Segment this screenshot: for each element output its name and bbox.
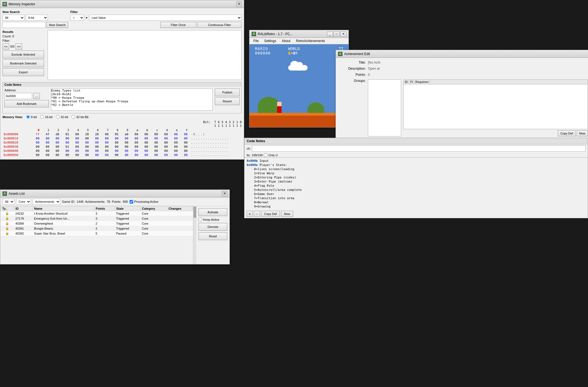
cn-new-button[interactable]: New <box>281 211 293 217</box>
row-points: 3 <box>94 211 114 216</box>
activate-button[interactable]: Activate <box>198 208 227 216</box>
ralib-menu-retroachievements[interactable]: RetroAchievements <box>293 38 328 43</box>
game-cloud <box>288 61 308 71</box>
code-notes-search-input[interactable] <box>252 146 586 152</box>
table-row[interactable]: 🔒 27179 Emergency Exit from Un... 3 Trig… <box>1 216 193 221</box>
cn-results-value: 199/199 <box>252 154 263 157</box>
cn-copy-def-button[interactable]: Copy Def <box>261 211 280 217</box>
notes-textarea[interactable]: Enemy Types list [0x16-0x1A] *00 = Koopa… <box>51 89 213 111</box>
keep-active-label: Keep Active <box>203 218 219 221</box>
hex-col-a: a <box>130 128 140 132</box>
assets-icon: A <box>2 191 7 196</box>
new-search-size-select[interactable]: 8-bit 16-bit 32-bit <box>26 15 48 21</box>
mario-head <box>277 102 282 106</box>
row-name: Boogie Beans <box>32 226 94 231</box>
hex-row-5[interactable]: 0x000050 00 00 00 00 00 00 00 00 00 00 0… <box>2 153 242 157</box>
ralib-close-button[interactable]: ✕ <box>340 32 346 37</box>
revert-button[interactable]: Revert <box>215 97 240 105</box>
next-page-button[interactable]: >> <box>16 43 22 50</box>
hex-row-4[interactable]: 0x000040 00 00 00 00 00 00 00 00 00 00 0… <box>2 149 242 153</box>
prev-page-button[interactable]: << <box>2 43 9 50</box>
hex-cell: 00 <box>70 132 80 136</box>
filter-operator-select[interactable]: = != <box>70 15 84 21</box>
code-notes-search-label: ch: <box>247 147 251 150</box>
cn-only-checkbox[interactable] <box>264 153 267 157</box>
16bit-radio[interactable] <box>40 115 44 119</box>
new-search-input[interactable] <box>2 22 45 28</box>
ralib-maximize-button[interactable]: □ <box>334 32 340 37</box>
results-area <box>48 30 242 80</box>
row-changes <box>167 216 193 221</box>
hex-row-2[interactable]: 0x000020 00 00 00 00 00 00 00 00 00 00 0… <box>2 141 242 145</box>
assets-scrollbar[interactable] <box>193 206 196 264</box>
hex-col-d: d <box>159 128 169 132</box>
ralib-minimize-button[interactable]: _ <box>327 32 333 37</box>
keep-active-checkbox[interactable] <box>198 218 202 221</box>
hex-cell: 05 <box>110 132 120 136</box>
assets-list-window: A Assets List ✕ All Core Achievements Ga… <box>0 189 230 264</box>
ach-description-value: Open ar <box>368 66 588 71</box>
table-row[interactable]: 🔒 40391 Boogie Beans 2 Triggered Core <box>1 226 193 231</box>
achievement-editor-titlebar: A Achievement Edit <box>336 50 588 58</box>
assets-table-area: Ty.. ID Name Points State Category Chang… <box>0 206 193 264</box>
filter-once-button[interactable]: Filter Once <box>160 22 196 28</box>
hex-row-3[interactable]: 0x000030 00 00 00 01 00 00 00 00 00 00 0… <box>2 145 242 149</box>
address-input[interactable] <box>4 93 32 99</box>
32bit-be-radio[interactable] <box>71 115 75 119</box>
hex-row-1[interactable]: 0x000010 00 00 00 00 00 00 00 00 00 00 0… <box>2 136 242 141</box>
cn-item-state-8: 8=Normal <box>247 200 586 204</box>
new-condition-button[interactable]: New <box>577 130 588 136</box>
results-count: Count: 0 <box>2 35 45 38</box>
32bit-radio[interactable] <box>56 115 60 119</box>
assets-type-select[interactable]: Achievements <box>33 199 60 205</box>
ralib-menu-file[interactable]: File <box>251 38 261 43</box>
row-changes <box>167 221 193 226</box>
hex-col-e: e <box>169 128 179 132</box>
copy-def-button[interactable]: Copy Def <box>558 130 576 136</box>
hex-col-b: b <box>139 128 149 132</box>
ralib-menu-settings[interactable]: Settings <box>261 38 279 43</box>
assets-category-select[interactable]: Core <box>16 199 31 205</box>
demote-button[interactable]: Demote <box>198 223 227 231</box>
ach-cond-fl: Fl <box>409 80 414 84</box>
ralib-menu-about[interactable]: About <box>279 38 293 43</box>
memory-inspector-close-button[interactable]: ✕ <box>236 1 242 7</box>
add-bookmark-button[interactable]: Add Bookmark <box>4 100 49 107</box>
count-label: Count: <box>2 35 11 38</box>
processing-active-checkbox[interactable] <box>130 200 133 204</box>
table-row[interactable]: 🔒 40389 Overweighted 2 Triggered Core <box>1 221 193 226</box>
hex-col-4: 4 <box>70 128 80 132</box>
hex-cell: 08 <box>169 132 179 136</box>
hex-col-6: 6 <box>90 128 100 132</box>
table-row[interactable]: 🔒 24232 I Know Another Shortcut! 3 Trigg… <box>1 211 193 216</box>
8bit-radio[interactable] <box>26 115 30 119</box>
assets-filter-select[interactable]: All <box>2 199 14 205</box>
hex-cell: 00 <box>130 132 140 136</box>
code-notes-panel: Code Notes ch: lts: 199/199 Only U 0x000… <box>244 138 588 218</box>
cn-item-state-5: 5=Autoscroll/area complete <box>247 188 586 192</box>
publish-button[interactable]: Publish <box>215 89 240 96</box>
ach-conditions-area: ID Fl Requirem <box>403 79 588 129</box>
continuous-filter-button[interactable]: Continuous Filter <box>197 22 242 28</box>
hex-ascii: .O...( <box>189 132 242 136</box>
reset-button[interactable]: Reset <box>198 232 227 240</box>
cn-minus-button[interactable]: - <box>254 211 260 217</box>
address-browse-button[interactable]: ... <box>33 93 40 99</box>
exclude-selected-button[interactable]: Exclude Selected <box>2 51 44 58</box>
export-button[interactable]: Export <box>2 68 44 76</box>
memory-view-label: Memory View: <box>2 115 23 119</box>
table-row[interactable]: 🔒 40392 Super Star Bros. Brawl 5 Paused … <box>1 231 193 236</box>
new-search-type-select[interactable]: All 8-bit 16-bit <box>2 15 25 21</box>
assets-close-button[interactable]: ✕ <box>222 191 227 196</box>
cn-plus-button[interactable]: + <box>247 211 253 217</box>
hex-row-0[interactable]: 0x000000 ff 4f d0 01 00 28 20 00 05 a0 0… <box>2 132 242 136</box>
mario-sprite <box>277 106 282 113</box>
assets-title: Assets List <box>9 192 25 196</box>
filter-compare-select[interactable]: Last Value Value <box>89 15 242 21</box>
assets-scrollbar-thumb[interactable] <box>194 207 196 218</box>
new-search-button[interactable]: New Search <box>47 22 68 28</box>
points-label: Points: <box>112 200 121 203</box>
address-label: Address: <box>4 89 49 92</box>
hex-col-ascii <box>189 128 242 132</box>
bookmark-selected-button[interactable]: Bookmark Selected <box>2 59 44 67</box>
